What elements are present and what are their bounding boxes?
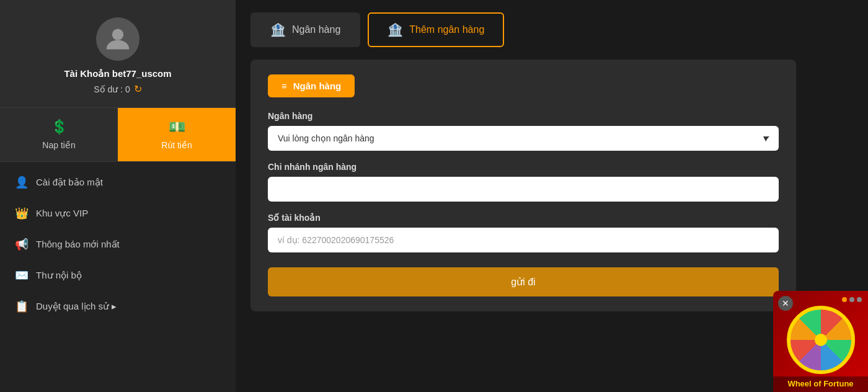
news-icon: 📢 xyxy=(15,238,29,251)
dot-2 xyxy=(849,297,854,302)
dot-1 xyxy=(842,297,847,302)
sidebar-item-news[interactable]: 📢 Thông báo mới nhất xyxy=(0,229,236,260)
bank-select-wrapper: Vui lòng chọn ngân hàng ▼ xyxy=(268,126,779,151)
form-card: ≡ Ngân hàng Ngân hàng Vui lòng chọn ngân… xyxy=(250,60,796,311)
sidebar-item-security[interactable]: 👤 Cài đặt bảo mật xyxy=(0,167,236,198)
form-header-button[interactable]: ≡ Ngân hàng xyxy=(268,74,355,97)
mailbox-icon: ✉️ xyxy=(15,269,29,282)
user-avatar-icon xyxy=(104,25,131,53)
nap-tien-label: Nap tiền xyxy=(42,140,75,150)
username-label: Tài Khoản bet77_uscom xyxy=(64,68,171,79)
rut-tien-icon: 💵 xyxy=(169,119,185,135)
sidebar-menu: 👤 Cài đặt bảo mật 👑 Khu vực VIP 📢 Thông … xyxy=(0,162,236,327)
form-header-label: Ngân hàng xyxy=(293,81,342,91)
avatar xyxy=(96,17,140,61)
branch-input[interactable] xyxy=(268,177,779,202)
close-icon[interactable]: ✕ xyxy=(778,296,793,311)
sidebar-item-history[interactable]: 📋 Duyệt qua lịch sử ▸ xyxy=(0,291,236,322)
tabs: 🏦 Ngân hàng 🏦 Thêm ngân hàng xyxy=(250,12,853,47)
wheel-dots xyxy=(842,297,862,302)
security-icon: 👤 xyxy=(15,176,29,189)
nap-tien-icon: 💲 xyxy=(51,119,68,135)
branch-field-group: Chi nhánh ngân hàng xyxy=(268,162,779,202)
history-icon: 📋 xyxy=(15,300,29,313)
history-label: Duyệt qua lịch sử ▸ xyxy=(36,301,117,312)
form-header-icon: ≡ xyxy=(281,81,287,91)
news-label: Thông báo mới nhất xyxy=(36,239,120,250)
add-bank-tab-icon: 🏦 xyxy=(388,22,403,37)
dot-3 xyxy=(857,297,862,302)
submit-button[interactable]: gửi đi xyxy=(268,267,779,296)
bank-field-group: Ngân hàng Vui lòng chọn ngân hàng ▼ xyxy=(268,111,779,151)
vip-icon: 👑 xyxy=(15,207,29,220)
tab-them-ngan-hang[interactable]: 🏦 Thêm ngân hàng xyxy=(368,12,504,47)
branch-label: Chi nhánh ngân hàng xyxy=(268,162,779,172)
tab-ngan-hang-label: Ngân hàng xyxy=(292,24,340,35)
sidebar-item-mailbox[interactable]: ✉️ Thư nội bộ xyxy=(0,260,236,291)
wheel-center xyxy=(815,334,827,346)
bank-select[interactable]: Vui lòng chọn ngân hàng xyxy=(268,126,779,151)
balance-label: Số dư : 0 xyxy=(94,84,130,94)
bank-label: Ngân hàng xyxy=(268,111,779,121)
bank-tab-icon: 🏦 xyxy=(270,22,286,37)
vip-label: Khu vực VIP xyxy=(36,208,88,219)
svg-point-0 xyxy=(112,29,123,40)
wheel-label[interactable]: Wheel of Fortune xyxy=(773,376,868,392)
action-buttons: 💲 Nap tiền 💵 Rút tiền xyxy=(0,108,236,162)
main-content: 🏦 Ngân hàng 🏦 Thêm ngân hàng ≡ Ngân hàng… xyxy=(236,0,868,392)
refresh-icon[interactable]: ↻ xyxy=(134,83,142,95)
tab-them-ngan-hang-label: Thêm ngân hàng xyxy=(409,24,484,35)
balance-display: Số dư : 0 ↻ xyxy=(94,83,141,95)
nap-tien-button[interactable]: 💲 Nap tiền xyxy=(0,108,118,161)
profile-section: Tài Khoản bet77_uscom Số dư : 0 ↻ xyxy=(0,0,236,108)
wheel-circle[interactable] xyxy=(787,306,855,374)
account-field-group: Số tài khoản xyxy=(268,213,779,252)
account-label: Số tài khoản xyxy=(268,213,779,223)
wheel-of-fortune-widget: ✕ Wheel of Fortune xyxy=(773,291,868,392)
security-label: Cài đặt bảo mật xyxy=(36,177,103,188)
tab-ngan-hang[interactable]: 🏦 Ngân hàng xyxy=(250,12,360,47)
rut-tien-label: Rút tiền xyxy=(161,140,192,150)
mailbox-label: Thư nội bộ xyxy=(36,270,82,281)
account-input[interactable] xyxy=(268,228,779,252)
sidebar-item-vip[interactable]: 👑 Khu vực VIP xyxy=(0,198,236,229)
rut-tien-button[interactable]: 💵 Rút tiền xyxy=(118,108,236,161)
sidebar: Tài Khoản bet77_uscom Số dư : 0 ↻ 💲 Nap … xyxy=(0,0,236,392)
